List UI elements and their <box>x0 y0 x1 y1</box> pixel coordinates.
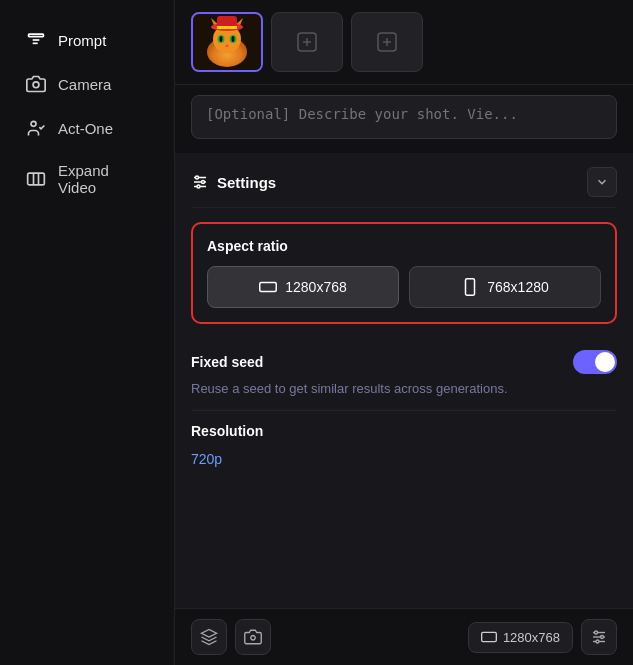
camera-icon <box>26 74 46 94</box>
camera-footer-icon <box>244 628 262 646</box>
camera-button[interactable] <box>235 619 271 655</box>
expand-icon <box>26 169 46 189</box>
svg-point-41 <box>595 631 598 634</box>
aspect-landscape-button[interactable]: 1280x768 <box>207 266 399 308</box>
main-content: Settings Aspect ratio 1280x768 <box>175 0 633 665</box>
cat-image <box>193 14 261 70</box>
aspect-ratio-title: Aspect ratio <box>207 238 601 254</box>
fixed-seed-label: Fixed seed <box>191 354 263 370</box>
svg-rect-15 <box>217 26 237 29</box>
sidebar-item-label: Expand Video <box>58 162 148 196</box>
seed-description: Reuse a seed to get similar results acro… <box>191 380 617 411</box>
thumbnail-2[interactable] <box>271 12 343 72</box>
svg-marker-35 <box>202 630 217 638</box>
aspect-ratio-container: Aspect ratio 1280x768 768x1280 <box>191 222 617 324</box>
fixed-seed-row: Fixed seed <box>191 338 617 380</box>
prompt-area <box>175 85 633 153</box>
landscape-small-icon <box>481 631 497 643</box>
svg-point-3 <box>33 82 39 88</box>
aspect-portrait-button[interactable]: 768x1280 <box>409 266 601 308</box>
layers-button[interactable] <box>191 619 227 655</box>
footer-left <box>191 619 271 655</box>
svg-point-36 <box>251 636 256 641</box>
svg-rect-37 <box>482 632 497 641</box>
add-image-icon-2 <box>375 30 399 54</box>
prompt-input[interactable] <box>191 95 617 139</box>
portrait-icon <box>461 278 479 296</box>
chevron-down-icon <box>595 175 609 189</box>
sidebar-item-expand-video[interactable]: Expand Video <box>8 152 166 206</box>
sidebar-item-act-one[interactable]: Act-One <box>8 108 166 148</box>
toggle-knob <box>595 352 615 372</box>
svg-point-30 <box>196 176 199 179</box>
svg-point-4 <box>31 121 36 126</box>
portrait-label: 768x1280 <box>487 279 549 295</box>
svg-rect-0 <box>29 34 44 37</box>
landscape-icon <box>259 278 277 296</box>
resolution-label: Resolution <box>191 423 617 439</box>
svg-point-19 <box>232 36 235 42</box>
footer-bar: 1280x768 <box>175 608 633 665</box>
fixed-seed-toggle[interactable] <box>573 350 617 374</box>
text-icon <box>26 30 46 50</box>
settings-collapse-button[interactable] <box>587 167 617 197</box>
aspect-ratio-options: 1280x768 768x1280 <box>207 266 601 308</box>
layers-icon <box>200 628 218 646</box>
footer-right: 1280x768 <box>468 619 617 655</box>
sidebar-item-prompt[interactable]: Prompt <box>8 20 166 60</box>
aspect-ratio-section: Aspect ratio 1280x768 768x1280 <box>191 208 617 338</box>
sidebar: Prompt Camera Act-One Expand Video <box>0 0 175 665</box>
thumbnail-1[interactable] <box>191 12 263 72</box>
cat-svg <box>193 14 261 70</box>
image-strip <box>175 0 633 85</box>
footer-settings-icon <box>590 628 608 646</box>
sidebar-item-label: Act-One <box>58 120 113 137</box>
person-icon <box>26 118 46 138</box>
svg-rect-33 <box>260 283 277 292</box>
sidebar-item-label: Camera <box>58 76 111 93</box>
svg-point-18 <box>220 36 223 42</box>
svg-point-32 <box>197 185 200 188</box>
svg-rect-34 <box>466 279 475 296</box>
svg-rect-5 <box>28 173 45 185</box>
svg-point-31 <box>202 181 205 184</box>
settings-header: Settings <box>191 153 617 208</box>
footer-resolution-label: 1280x768 <box>503 630 560 645</box>
svg-point-42 <box>601 636 604 639</box>
thumbnail-3[interactable] <box>351 12 423 72</box>
add-image-icon <box>295 30 319 54</box>
landscape-label: 1280x768 <box>285 279 347 295</box>
settings-header-left: Settings <box>191 173 276 191</box>
resolution-value: 720p <box>191 451 617 467</box>
footer-resolution-button[interactable]: 1280x768 <box>468 622 573 653</box>
footer-settings-button[interactable] <box>581 619 617 655</box>
settings-sliders-icon <box>191 173 209 191</box>
svg-point-43 <box>596 640 599 643</box>
sidebar-item-camera[interactable]: Camera <box>8 64 166 104</box>
settings-label: Settings <box>217 174 276 191</box>
settings-panel: Settings Aspect ratio 1280x768 <box>175 153 633 608</box>
resolution-section: Resolution 720p <box>191 411 617 479</box>
sidebar-item-label: Prompt <box>58 32 106 49</box>
